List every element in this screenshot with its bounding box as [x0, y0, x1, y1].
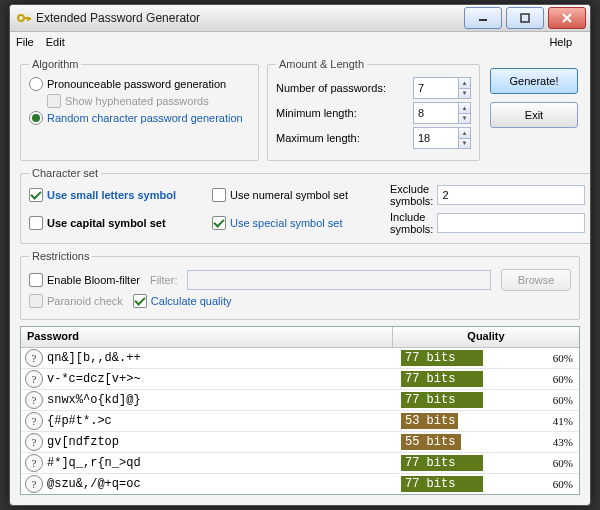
spin-down-icon[interactable]: ▼ [459, 114, 470, 124]
spin-up-icon[interactable]: ▲ [459, 128, 470, 139]
max-length-spin[interactable]: ▲▼ [413, 127, 471, 149]
check-paranoid-label: Paranoid check [47, 295, 123, 307]
check-special-label: Use special symbol set [230, 217, 343, 229]
help-icon[interactable]: ? [25, 454, 43, 472]
radio-random-label: Random character password generation [47, 112, 243, 124]
app-window: Extended Password Generator File Edit He… [9, 4, 591, 506]
restrictions-group: Restrictions Enable Bloom-filter Filter:… [20, 250, 580, 320]
side-buttons: Generate! Exit [488, 58, 580, 167]
charset-group: Character set Use small letters symbol U… [20, 167, 591, 244]
app-key-icon [16, 10, 32, 26]
min-length-input[interactable] [414, 103, 458, 123]
spin-up-icon[interactable]: ▲ [459, 103, 470, 114]
table-row[interactable]: ?@szu&,/@+q=oc77 bits60% [21, 474, 579, 494]
table-row[interactable]: ?{#p#t*.>c53 bits41% [21, 411, 579, 432]
include-label: Include symbols: [390, 211, 433, 235]
table-row[interactable]: ?v-*c=dcz[v+>~77 bits60% [21, 369, 579, 390]
close-button[interactable] [548, 7, 586, 29]
quality-bar-fill: 77 bits [401, 455, 483, 471]
quality-percent: 60% [539, 352, 579, 364]
help-icon[interactable]: ? [25, 391, 43, 409]
help-icon[interactable]: ? [25, 370, 43, 388]
password-cell: {#p#t*.>c [47, 414, 401, 428]
check-small-letters[interactable]: Use small letters symbol [29, 188, 204, 202]
num-passwords-spin[interactable]: ▲▼ [413, 77, 471, 99]
include-input[interactable] [437, 213, 585, 233]
radio-random[interactable]: Random character password generation [29, 111, 243, 125]
quality-percent: 60% [539, 373, 579, 385]
menu-file[interactable]: File [16, 36, 34, 48]
quality-percent: 41% [539, 415, 579, 427]
check-quality[interactable]: Calculate quality [133, 294, 232, 308]
help-icon[interactable]: ? [25, 475, 43, 493]
quality-bar-fill: 77 bits [401, 392, 483, 408]
quality-bar: 77 bits [401, 476, 531, 492]
check-bloom[interactable]: Enable Bloom-filter [29, 273, 140, 287]
max-length-input[interactable] [414, 128, 458, 148]
password-cell: v-*c=dcz[v+>~ [47, 372, 401, 386]
window-title: Extended Password Generator [36, 11, 464, 25]
menu-help[interactable]: Help [549, 36, 572, 48]
check-bloom-label: Enable Bloom-filter [47, 274, 140, 286]
col-password[interactable]: Password [21, 327, 393, 347]
quality-percent: 60% [539, 457, 579, 469]
quality-bar-fill: 77 bits [401, 371, 483, 387]
spin-up-icon[interactable]: ▲ [459, 78, 470, 89]
table-row[interactable]: ?qn&][b,,d&.++77 bits60% [21, 348, 579, 369]
check-capital[interactable]: Use capital symbol set [29, 216, 204, 230]
svg-point-0 [18, 15, 24, 21]
algorithm-legend: Algorithm [29, 58, 81, 70]
quality-percent: 43% [539, 436, 579, 448]
check-numeral[interactable]: Use numeral symbol set [212, 188, 382, 202]
help-icon[interactable]: ? [25, 412, 43, 430]
exit-button[interactable]: Exit [490, 102, 578, 128]
radio-pronounceable[interactable]: Pronounceable password generation [29, 77, 226, 91]
spin-down-icon[interactable]: ▼ [459, 89, 470, 99]
maximize-button[interactable] [506, 7, 544, 29]
title-bar[interactable]: Extended Password Generator [10, 5, 590, 32]
max-length-label: Maximum length: [276, 132, 413, 144]
filter-input [187, 270, 491, 290]
spin-down-icon[interactable]: ▼ [459, 139, 470, 149]
quality-bar: 53 bits [401, 413, 531, 429]
help-icon[interactable]: ? [25, 349, 43, 367]
password-cell: qn&][b,,d&.++ [47, 351, 401, 365]
check-small-letters-label: Use small letters symbol [47, 189, 176, 201]
browse-button: Browse [501, 269, 571, 291]
exclude-label: Exclude symbols: [390, 183, 433, 207]
check-show-hyphenated: Show hyphenated passwords [47, 94, 209, 108]
svg-rect-2 [521, 14, 529, 22]
col-quality[interactable]: Quality [393, 327, 579, 347]
menu-edit[interactable]: Edit [46, 36, 65, 48]
min-length-spin[interactable]: ▲▼ [413, 102, 471, 124]
quality-bar: 77 bits [401, 371, 531, 387]
check-show-hyphenated-label: Show hyphenated passwords [65, 95, 209, 107]
quality-bar-fill: 53 bits [401, 413, 458, 429]
help-icon[interactable]: ? [25, 433, 43, 451]
generate-button-label: Generate! [510, 75, 559, 87]
check-capital-label: Use capital symbol set [47, 217, 166, 229]
exclude-input[interactable] [437, 185, 585, 205]
charset-legend: Character set [29, 167, 101, 179]
quality-bar-fill: 77 bits [401, 476, 483, 492]
num-passwords-input[interactable] [414, 78, 458, 98]
restrictions-legend: Restrictions [29, 250, 92, 262]
quality-bar-fill: 77 bits [401, 350, 483, 366]
check-paranoid: Paranoid check [29, 294, 123, 308]
quality-bar: 77 bits [401, 392, 531, 408]
check-numeral-label: Use numeral symbol set [230, 189, 348, 201]
check-special[interactable]: Use special symbol set [212, 216, 382, 230]
table-row[interactable]: ?snwx%^o{kd]@}77 bits60% [21, 390, 579, 411]
table-row[interactable]: ?#*]q_,r{n_>qd77 bits60% [21, 453, 579, 474]
svg-line-4 [563, 14, 571, 22]
quality-percent: 60% [539, 394, 579, 406]
quality-percent: 60% [539, 478, 579, 490]
table-row[interactable]: ?gv[ndfztop55 bits43% [21, 432, 579, 453]
generate-button[interactable]: Generate! [490, 68, 578, 94]
minimize-button[interactable] [464, 7, 502, 29]
browse-button-label: Browse [518, 274, 555, 286]
check-quality-label: Calculate quality [151, 295, 232, 307]
quality-bar: 77 bits [401, 350, 531, 366]
password-cell: #*]q_,r{n_>qd [47, 456, 401, 470]
quality-bar-fill: 55 bits [401, 434, 461, 450]
